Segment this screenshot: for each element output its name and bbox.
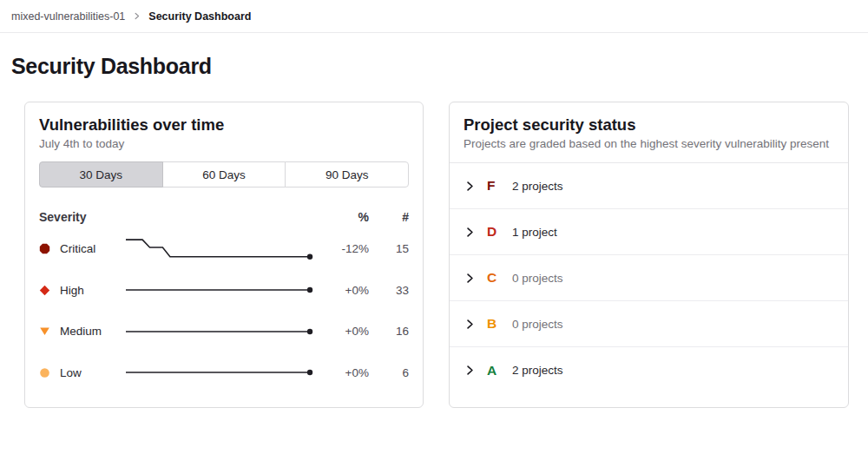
severity-label-critical: Critical xyxy=(60,242,122,255)
grade-letter-f: F xyxy=(487,178,502,194)
severity-row-high: High +0% 33 xyxy=(39,270,409,312)
high-severity-icon xyxy=(39,285,50,296)
page-title: Security Dashboard xyxy=(11,54,857,79)
vuln-card-title: Vulnerabilities over time xyxy=(39,115,409,135)
grade-a-project-count: 2 projects xyxy=(512,364,563,377)
high-change-percent: +0% xyxy=(313,284,369,297)
grade-letter-b: B xyxy=(487,316,502,332)
high-count: 33 xyxy=(369,284,409,297)
status-card-title: Project security status xyxy=(464,115,834,135)
severity-column-header: Severity xyxy=(39,210,86,224)
count-column-header: # xyxy=(369,210,409,224)
severity-table-header: Severity % # xyxy=(39,206,409,228)
project-security-status-card: Project security status Projects are gra… xyxy=(449,102,849,408)
critical-severity-icon xyxy=(39,243,50,254)
severity-row-medium: Medium +0% 16 xyxy=(39,311,409,352)
chevron-right-icon[interactable] xyxy=(464,181,476,192)
grade-d-project-count: 1 project xyxy=(512,226,557,239)
range-60-days-button[interactable]: 60 Days xyxy=(162,161,286,188)
high-trend-sparkline xyxy=(122,275,313,305)
grade-row-c[interactable]: C 0 projects xyxy=(450,255,848,301)
critical-count: 15 xyxy=(369,242,409,255)
low-severity-icon xyxy=(39,367,50,378)
medium-severity-icon xyxy=(39,326,50,337)
breadcrumb-chevron-icon xyxy=(133,12,141,20)
severity-label-medium: Medium xyxy=(60,325,122,338)
critical-trend-sparkline xyxy=(122,234,313,264)
grade-c-project-count: 0 projects xyxy=(512,272,563,285)
breadcrumb-current-page: Security Dashboard xyxy=(148,10,251,23)
grade-row-d[interactable]: D 1 project xyxy=(450,209,848,255)
grade-letter-d: D xyxy=(487,224,502,240)
vulnerabilities-over-time-card: Vulnerabilities over time July 4th to to… xyxy=(24,102,424,408)
chevron-right-icon[interactable] xyxy=(464,319,476,330)
chevron-right-icon[interactable] xyxy=(464,365,476,376)
low-trend-sparkline xyxy=(122,358,313,387)
status-card-header: Project security status Projects are gra… xyxy=(450,102,848,163)
low-count: 6 xyxy=(369,366,409,379)
low-change-percent: +0% xyxy=(313,366,369,379)
severity-label-high: High xyxy=(60,284,122,297)
grade-letter-a: A xyxy=(487,363,502,378)
medium-change-percent: +0% xyxy=(313,325,369,338)
security-dashboard-page: mixed-vulnerabilities-01 Security Dashbo… xyxy=(0,0,868,408)
vuln-card-subtitle: July 4th to today xyxy=(39,137,409,150)
grade-letter-c: C xyxy=(487,270,502,286)
chevron-right-icon[interactable] xyxy=(464,227,476,238)
day-range-button-group: 30 Days 60 Days 90 Days xyxy=(39,161,409,188)
severity-label-low: Low xyxy=(60,366,122,379)
breadcrumb: mixed-vulnerabilities-01 Security Dashbo… xyxy=(0,0,868,33)
range-30-days-button[interactable]: 30 Days xyxy=(39,161,163,188)
severity-row-low: Low +0% 6 xyxy=(39,352,409,394)
grade-row-f[interactable]: F 2 projects xyxy=(450,163,848,209)
grade-row-b[interactable]: B 0 projects xyxy=(450,301,848,347)
grade-f-project-count: 2 projects xyxy=(512,180,563,193)
critical-change-percent: -12% xyxy=(313,242,369,255)
range-90-days-button[interactable]: 90 Days xyxy=(285,161,409,188)
percent-column-header: % xyxy=(313,210,369,224)
severity-row-critical: Critical -12% 15 xyxy=(39,228,409,270)
medium-count: 16 xyxy=(369,325,409,338)
grade-b-project-count: 0 projects xyxy=(512,318,563,331)
medium-trend-sparkline xyxy=(122,317,313,346)
status-card-subtitle: Projects are graded based on the highest… xyxy=(464,137,834,150)
breadcrumb-project-link[interactable]: mixed-vulnerabilities-01 xyxy=(11,10,125,23)
dashboard-cards: Vulnerabilities over time July 4th to to… xyxy=(24,102,849,408)
grade-row-a[interactable]: A 2 projects xyxy=(450,347,848,393)
chevron-right-icon[interactable] xyxy=(464,273,476,284)
